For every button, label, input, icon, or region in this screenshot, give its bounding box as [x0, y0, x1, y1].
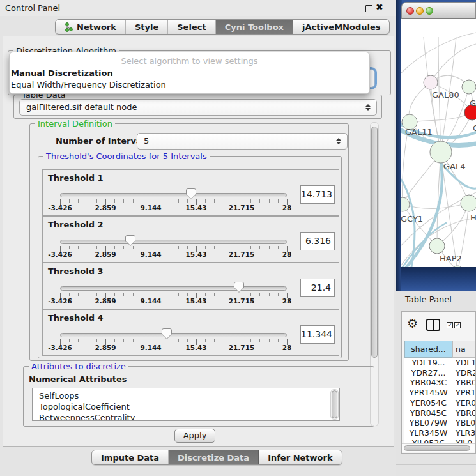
table-row[interactable]: YIL052CYIL0: [404, 438, 476, 443]
spinner-arrows-icon: [336, 138, 341, 144]
spinner-arrows-icon: [365, 104, 371, 111]
tab-impute-data[interactable]: Impute Data: [92, 450, 169, 464]
cyni-toolbox-content: Discretization Algorithm Select algorith…: [3, 36, 394, 447]
settings-scrollbar-thumb[interactable]: [371, 127, 378, 358]
threshold-slider[interactable]: [60, 240, 287, 244]
threshold-label: Threshold 2: [48, 220, 104, 229]
control-panel: Control Panel ✖ Network Style Select Cyn…: [0, 0, 396, 476]
tab-jactivemnodules[interactable]: jActiveMNodules: [293, 20, 390, 34]
screen: Control Panel ✖ Network Style Select Cyn…: [0, 0, 476, 476]
tab-select[interactable]: Select: [168, 20, 215, 34]
apply-button[interactable]: Apply: [174, 429, 215, 443]
threshold-panel: Threshold 1 -3.426 2.859 9.144 15.43 21.…: [42, 169, 339, 216]
attributes-scrollbar-thumb[interactable]: [332, 390, 337, 418]
number-of-intervals-label: Number of Intervals: [56, 136, 150, 146]
number-of-intervals-combobox[interactable]: 5: [137, 133, 348, 150]
table-data-combobox[interactable]: galFiltered.sif default node: [19, 99, 377, 116]
slider-thumb[interactable]: [186, 188, 196, 199]
thresholds-group: Threshold's Coordinates for 5 Intervals …: [38, 156, 342, 358]
tab-infer-network[interactable]: Infer Network: [259, 450, 341, 464]
table-row[interactable]: YLR345WYLR3: [404, 428, 476, 438]
tab-cyni-toolbox[interactable]: Cyni Toolbox: [216, 20, 293, 34]
float-window-icon[interactable]: [365, 5, 372, 12]
node-label-hap2: HAP2: [440, 254, 462, 263]
table-rows: YDL19...YDL1 YDR27...YDR2 YBR043CYBR0 YP…: [404, 358, 476, 443]
slider-scale: -3.426 2.859 9.144 15.43 21.715 28: [43, 297, 339, 306]
close-traffic-light[interactable]: [406, 7, 414, 15]
threshold-slider[interactable]: [60, 193, 287, 197]
table-row[interactable]: YDL19...YDL1: [404, 358, 476, 368]
attributes-group: Attributes to discretize Numerical Attri…: [23, 366, 374, 427]
table-panel-frame: ⚙ ✓ ✓ shared... na YDL19...YDL1 YDR27...…: [401, 311, 476, 454]
tab-network[interactable]: Network: [56, 20, 126, 34]
table-row[interactable]: YBL079WYBL0: [404, 418, 476, 428]
slider-thumb[interactable]: [234, 282, 244, 293]
node-label-gal80: GAL80: [432, 90, 459, 100]
network-node[interactable]: [461, 195, 476, 211]
option-manual-discretization[interactable]: Manual Discretization: [11, 68, 113, 78]
list-item[interactable]: BetweennessCentrality: [39, 412, 339, 421]
threshold-value-field[interactable]: 6.316: [300, 232, 335, 250]
slider-thumb[interactable]: [162, 328, 172, 339]
slider-scale: -3.426 2.859 9.144 15.43 21.715 28: [43, 250, 339, 259]
column-header-shared-name[interactable]: shared...: [404, 341, 452, 358]
table-data-group: Table Data galFiltered.sif default node: [13, 95, 382, 119]
network-node-gcy1[interactable]: [401, 197, 410, 211]
table-row[interactable]: YDR27...YDR2: [404, 368, 476, 378]
threshold-label: Threshold 3: [48, 266, 104, 276]
network-node-gal80[interactable]: [424, 75, 438, 89]
table-row[interactable]: YPR145WYPR1: [404, 388, 476, 398]
column-header-name[interactable]: na: [452, 341, 476, 358]
interval-definition-group-title: Interval Definition: [35, 119, 115, 128]
attributes-scrollbar[interactable]: [330, 389, 339, 420]
tab-network-label: Network: [77, 22, 116, 32]
threshold-label: Threshold 4: [48, 313, 104, 323]
threshold-slider[interactable]: [60, 333, 287, 337]
checkbox-icon[interactable]: ✓: [454, 322, 461, 328]
scrollbar-thumb[interactable]: [404, 445, 470, 451]
threshold-slider[interactable]: [60, 286, 287, 291]
node-label-clipped: HA: [470, 213, 476, 222]
network-window-titlebar[interactable]: [401, 2, 476, 19]
option-equal-width-frequency[interactable]: Equal Width/Frequency Discretization: [11, 80, 166, 89]
control-panel-titlebar: Control Panel ✖: [0, 0, 396, 16]
slider-thumb[interactable]: [125, 235, 135, 246]
slider-scale: -3.426 2.859 9.144 15.43 21.715 28: [43, 344, 339, 353]
table-row[interactable]: YBR045CYBR0: [404, 408, 476, 418]
slider-scale: -3.426 2.859 9.144 15.43 21.715 28: [43, 204, 339, 213]
tab-discretize-data[interactable]: Discretize Data: [169, 450, 259, 464]
panel-title: Control Panel: [5, 3, 60, 13]
threshold-value-field[interactable]: 11.344: [300, 325, 335, 344]
desktop-background: GAL80 GA C GAL11 GAL4 GCY1 HA HAP2: [396, 0, 476, 291]
network-view-canvas[interactable]: GAL80 GA C GAL11 GAL4 GCY1 HA HAP2: [401, 19, 476, 267]
table-row[interactable]: YER054CYER0: [404, 398, 476, 408]
zoom-traffic-light[interactable]: [426, 7, 433, 15]
threshold-value-field[interactable]: 14.713: [300, 185, 335, 204]
table-horizontal-scrollbar[interactable]: [402, 443, 476, 452]
threshold-panel: Threshold 2 -3.426 2.859 9.144 15.43 21.…: [42, 216, 339, 263]
network-node[interactable]: [462, 80, 476, 94]
list-item[interactable]: TopologicalCoefficient: [39, 401, 339, 412]
threshold-panel: Threshold 3 -3.426 2.859 9.144 15.43 21.…: [42, 263, 339, 309]
minimize-traffic-light[interactable]: [416, 7, 424, 15]
checkbox-icon[interactable]: ✓: [447, 322, 453, 328]
threshold-value-field[interactable]: 21.4: [300, 279, 335, 297]
algorithm-dropdown-popup: Select algorithm to view settings Manual…: [9, 52, 370, 94]
close-icon[interactable]: ✖: [376, 2, 383, 12]
network-icon: [65, 22, 73, 32]
node-label-gcy1: GCY1: [401, 214, 423, 224]
node-label-clipped: C: [473, 123, 476, 133]
network-node-hap2[interactable]: [429, 238, 445, 254]
desktop-bottom-band: [401, 267, 476, 291]
tab-style[interactable]: Style: [126, 20, 168, 34]
split-view-icon[interactable]: [426, 319, 440, 331]
numerical-attributes-label: Numerical Attributes: [29, 374, 127, 384]
node-label-clipped: GA: [470, 98, 476, 108]
number-of-intervals-value: 5: [144, 136, 149, 146]
threshold-label: Threshold 1: [48, 173, 104, 183]
network-node-gal4[interactable]: [430, 141, 452, 163]
gear-icon[interactable]: ⚙: [407, 317, 418, 330]
bottom-tab-bar: Impute Data Discretize Data Infer Networ…: [91, 450, 342, 465]
table-row[interactable]: YBR043CYBR0: [404, 378, 476, 388]
list-item[interactable]: SelfLoops: [39, 390, 339, 401]
